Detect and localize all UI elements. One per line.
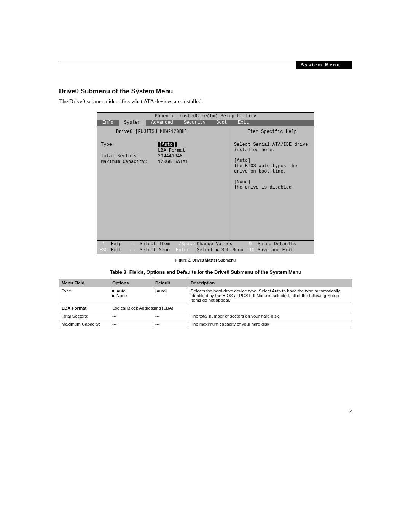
act-setup-defaults: Setup Defaults	[258, 241, 312, 248]
bios-capacity-value: 120GB SATA1	[158, 159, 226, 165]
bios-tab-security[interactable]: Security	[178, 120, 211, 126]
page: System Menu Drive0 Submenu of the System…	[0, 0, 411, 437]
table-row: Total Sectors: --- --- The total number …	[59, 312, 352, 320]
bios-capacity-label: Maximum Capacity:	[101, 159, 158, 165]
cell-field: Maximum Capacity:	[59, 320, 110, 328]
key-space: -/Space	[176, 241, 197, 248]
bios-help-p3b: The drive is disabled.	[234, 185, 310, 190]
bios-help-p3a: [None]	[234, 179, 310, 185]
bios-utility-title: Phoenix TrustedCore(tm) Setup Utility	[97, 113, 314, 120]
bios-lba-label: LBA Format	[158, 148, 226, 153]
bios-type-label: Type:	[101, 142, 158, 147]
bios-help-p1: Select Serial ATA/IDE drive installed he…	[234, 142, 310, 153]
bios-tab-exit[interactable]: Exit	[233, 120, 254, 126]
bios-tab-advanced[interactable]: Advanced	[146, 120, 178, 126]
bios-help-p2a: [Auto]	[234, 158, 310, 163]
act-help: Help	[111, 241, 130, 248]
cell-default: ---	[153, 312, 188, 320]
section-intro: The Drive0 submenu identifies what ATA d…	[59, 98, 352, 105]
table-row: Type: Auto None [Auto] Selects the hard …	[59, 287, 352, 304]
cell-field: Total Sectors:	[59, 312, 110, 320]
act-select-sub: Select ▶ Sub-Menu	[197, 248, 246, 254]
key-f1: F1	[99, 241, 111, 248]
th-description: Description	[188, 279, 352, 287]
table-row: LBA Format Logical Block Addressing (LBA…	[59, 304, 352, 312]
key-f9: F9	[246, 241, 258, 248]
section-title: Drive0 Submenu of the System Menu	[59, 88, 352, 95]
act-select-item: Select Item	[140, 241, 176, 248]
bios-footer: F1 Help ↑↓ Select Item -/Space Change Va…	[97, 241, 314, 254]
bios-help-title: Item Specific Help	[234, 129, 310, 134]
bios-tab-boot[interactable]: Boot	[211, 120, 233, 126]
act-change-values: Change Values	[197, 241, 246, 248]
th-options: Options	[110, 279, 153, 287]
bios-type-value[interactable]: [Auto]	[158, 142, 177, 147]
bios-tab-system[interactable]: System	[119, 120, 146, 126]
bios-tab-bar: Info System Advanced Security Boot Exit	[97, 120, 314, 126]
bios-help-panel: Item Specific Help Select Serial ATA/IDE…	[230, 126, 314, 240]
bios-sub-title: Drive0 [FUJITSU MHW2120BH]	[101, 129, 226, 134]
cell-desc: Logical Block Addressing (LBA)	[110, 304, 352, 312]
key-updown: ↑↓	[130, 241, 140, 248]
fields-table: Menu Field Options Default Description T…	[59, 279, 352, 328]
cell-options: ---	[110, 312, 153, 320]
table-title: Table 3: Fields, Options and Defaults fo…	[59, 269, 352, 275]
option-bullet: None	[112, 293, 150, 298]
bios-screenshot: Phoenix TrustedCore(tm) Setup Utility In…	[97, 112, 314, 254]
cell-desc: The total number of sectors on your hard…	[188, 312, 352, 320]
cell-field: LBA Format	[59, 304, 110, 312]
cell-options: Auto None	[110, 287, 153, 304]
option-bullet: Auto	[112, 289, 150, 293]
cell-options: ---	[110, 320, 153, 328]
bios-help-p2b: The BIOS auto-types the drive on boot ti…	[234, 163, 310, 174]
figure-caption: Figure 3. Drive0 Master Submenu	[59, 258, 352, 262]
cell-desc: The maximum capacity of your hard disk	[188, 320, 352, 328]
cell-desc: Selects the hard drive device type. Sele…	[188, 287, 352, 304]
cell-default: ---	[153, 320, 188, 328]
blank	[101, 148, 158, 153]
header-breadcrumb: System Menu	[296, 61, 352, 69]
table-row: Maximum Capacity: --- --- The maximum ca…	[59, 320, 352, 328]
act-save-exit: Save and Exit	[258, 248, 312, 254]
th-default: Default	[153, 279, 188, 287]
bios-left-panel: Drive0 [FUJITSU MHW2120BH] Type: [Auto] …	[97, 126, 230, 240]
key-f10: F10	[246, 248, 258, 254]
bios-tab-info[interactable]: Info	[97, 120, 119, 126]
act-exit: Exit	[111, 248, 130, 254]
th-field: Menu Field	[59, 279, 110, 287]
key-esc: ESC	[99, 248, 111, 254]
cell-field: Type:	[59, 287, 110, 304]
bios-sectors-value: 234441648	[158, 153, 226, 159]
act-select-menu: Select Menu	[140, 248, 176, 254]
bios-sectors-label: Total Sectors:	[101, 153, 158, 159]
page-number: 7	[59, 408, 352, 414]
key-leftright: ←→	[130, 248, 140, 254]
cell-default: [Auto]	[153, 287, 188, 304]
key-enter: Enter	[176, 248, 197, 254]
